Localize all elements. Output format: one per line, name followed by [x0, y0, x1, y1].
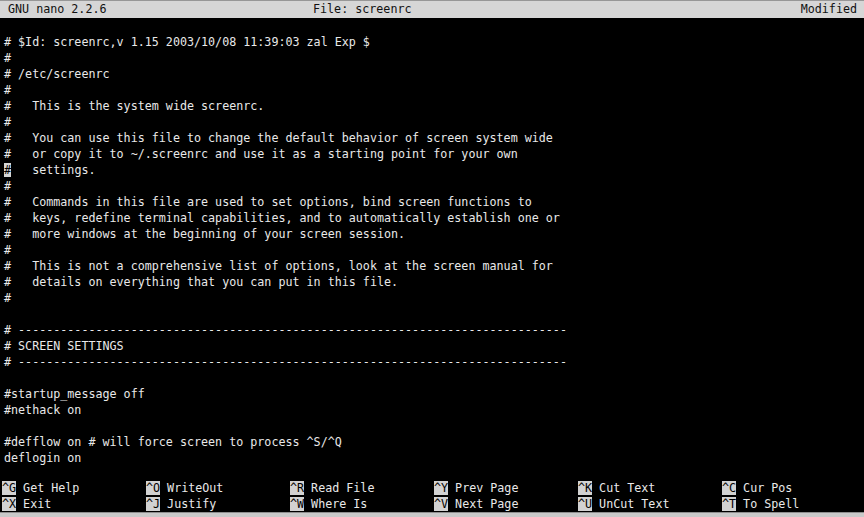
shortcut-exit: ^X Exit: [2, 496, 146, 512]
editor-line: # Commands in this file are used to set …: [4, 194, 864, 210]
shortcut-key: ^W: [290, 497, 304, 511]
text-cursor: #: [4, 163, 11, 177]
shortcut-label: Get Help: [16, 481, 79, 495]
editor-line: # keys, redefine terminal capabilities, …: [4, 210, 864, 226]
editor-line: # This is not a comprehensive list of op…: [4, 258, 864, 274]
shortcut-label: Read File: [304, 481, 374, 495]
editor-line: [4, 306, 864, 322]
editor-line: #: [4, 82, 864, 98]
shortcut-label: To Spell: [736, 497, 799, 511]
shortcut-label: Next Page: [448, 497, 518, 511]
nano-titlebar: GNU nano 2.2.6 File: screenrc Modified: [0, 0, 864, 18]
shortcut-key: ^J: [146, 497, 160, 511]
editor-line: #startup_message off: [4, 386, 864, 402]
app-title: GNU nano 2.2.6: [8, 1, 107, 18]
editor-line: #: [4, 242, 864, 258]
editor-line: # details on everything that you can put…: [4, 274, 864, 290]
shortcut-key: ^V: [434, 497, 448, 511]
shortcut-key: ^G: [2, 481, 16, 495]
shortcut-prev-page: ^Y Prev Page: [434, 480, 578, 496]
shortcut-where-is: ^W Where Is: [290, 496, 434, 512]
shortcut-bar: ^G Get Help^O WriteOut^R Read File^Y Pre…: [2, 480, 864, 512]
shortcut-label: Cur Pos: [736, 481, 792, 495]
editor-line: [4, 370, 864, 386]
shortcut-label: Where Is: [304, 497, 367, 511]
editor-line: # SCREEN SETTINGS: [4, 338, 864, 354]
editor-line: #nethack on: [4, 402, 864, 418]
shortcut-key: ^U: [578, 497, 592, 511]
shortcut-label: WriteOut: [160, 481, 223, 495]
shortcut-key: ^T: [722, 497, 736, 511]
shortcut-key: ^R: [290, 481, 304, 495]
window-bottom-edge: [0, 512, 864, 517]
shortcut-key: ^K: [578, 481, 592, 495]
shortcut-label: Prev Page: [448, 481, 518, 495]
editor-line: # $Id: screenrc,v 1.15 2003/10/08 11:39:…: [4, 34, 864, 50]
terminal-screen[interactable]: GNU nano 2.2.6 File: screenrc Modified #…: [0, 0, 864, 517]
editor-line: # --------------------------------------…: [4, 322, 864, 338]
shortcut-key: ^X: [2, 497, 16, 511]
editor-area[interactable]: # $Id: screenrc,v 1.15 2003/10/08 11:39:…: [4, 34, 864, 466]
shortcut-read-file: ^R Read File: [290, 480, 434, 496]
shortcut-label: Cut Text: [592, 481, 655, 495]
shortcut-label: UnCut Text: [592, 497, 669, 511]
editor-line: deflogin on: [4, 450, 864, 466]
editor-line: # /etc/screenrc: [4, 66, 864, 82]
editor-line: # settings.: [4, 162, 864, 178]
editor-line: # or copy it to ~/.screenrc and use it a…: [4, 146, 864, 162]
editor-line: # --------------------------------------…: [4, 354, 864, 370]
editor-line: #: [4, 178, 864, 194]
shortcut-row: ^X Exit^J Justify^W Where Is^V Next Page…: [2, 496, 864, 512]
shortcut-writeout: ^O WriteOut: [146, 480, 290, 496]
shortcut-to-spell: ^T To Spell: [722, 496, 864, 512]
shortcut-row: ^G Get Help^O WriteOut^R Read File^Y Pre…: [2, 480, 864, 496]
shortcut-label: Exit: [16, 497, 51, 511]
shortcut-uncut-text: ^U UnCut Text: [578, 496, 722, 512]
shortcut-justify: ^J Justify: [146, 496, 290, 512]
editor-line: # more windows at the beginning of your …: [4, 226, 864, 242]
shortcut-cut-text: ^K Cut Text: [578, 480, 722, 496]
shortcut-cur-pos: ^C Cur Pos: [722, 480, 864, 496]
shortcut-next-page: ^V Next Page: [434, 496, 578, 512]
shortcut-get-help: ^G Get Help: [2, 480, 146, 496]
editor-line: # You can use this file to change the de…: [4, 130, 864, 146]
editor-line: #defflow on # will force screen to proce…: [4, 434, 864, 450]
shortcut-label: Justify: [160, 497, 216, 511]
editor-line: #: [4, 114, 864, 130]
shortcut-key: ^O: [146, 481, 160, 495]
shortcut-key: ^Y: [434, 481, 448, 495]
editor-line: #: [4, 50, 864, 66]
modified-badge: Modified: [801, 1, 857, 18]
editor-line: #: [4, 290, 864, 306]
editor-line: [4, 418, 864, 434]
file-name: File: screenrc: [313, 1, 412, 18]
shortcut-key: ^C: [722, 481, 736, 495]
editor-line: # This is the system wide screenrc.: [4, 98, 864, 114]
